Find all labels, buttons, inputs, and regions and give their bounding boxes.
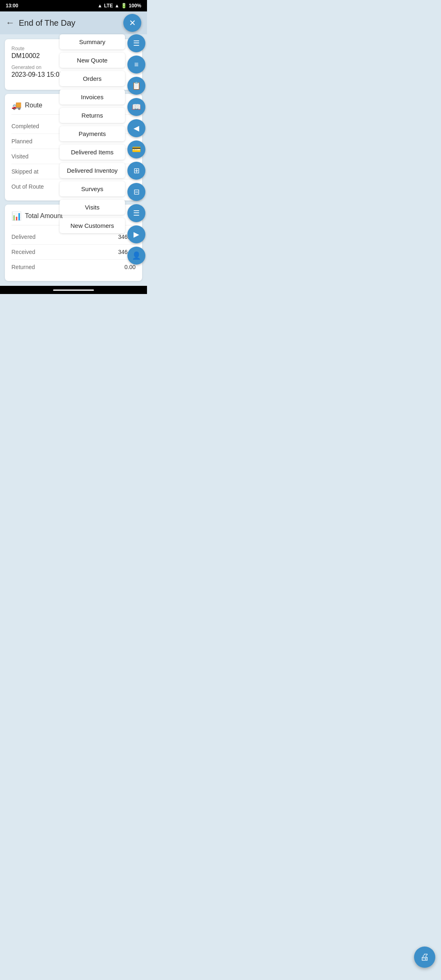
summary-menu-label: Summary (79, 38, 105, 45)
delivered-inventory-fab[interactable]: ⊟ (127, 183, 145, 201)
delivered-items-fab-icon: ⊞ (134, 166, 140, 175)
visits-menu-label: Visits (85, 204, 100, 211)
surveys-fab-icon: ☰ (133, 209, 140, 218)
invoices-menu-label: Invoices (81, 94, 103, 100)
status-icons: ▲ LTE ▲ 🔋 100% (98, 3, 141, 9)
battery-icon: 🔋 (121, 3, 127, 9)
orders-fab-icon: 📋 (132, 81, 141, 90)
orders-fab[interactable]: 📋 (127, 77, 145, 95)
lte-icon: LTE (104, 3, 113, 9)
completed-label: Completed (11, 123, 39, 129)
surveys-menu-label: Surveys (81, 185, 103, 192)
delivered-label: Delivered (11, 234, 36, 240)
header: ← End of The Day ✕ (0, 11, 147, 34)
status-time: 13:00 (6, 3, 18, 9)
new-customers-menu-label: New Customers (71, 222, 114, 229)
received-label: Received (11, 249, 35, 255)
delivered-items-menu-item[interactable]: Delivered Items (60, 145, 125, 160)
new-customers-fab[interactable]: 👤 (127, 247, 145, 265)
visits-fab[interactable]: ▶ (127, 225, 145, 243)
payments-fab[interactable]: 💳 (127, 140, 145, 158)
returns-fab-icon: ◀ (134, 124, 139, 133)
delivered-items-fab[interactable]: ⊞ (127, 162, 145, 180)
new-customers-menu-item[interactable]: New Customers (60, 218, 125, 233)
close-icon: ✕ (129, 18, 136, 28)
invoices-fab[interactable]: 📖 (127, 98, 145, 116)
visits-fab-icon: ▶ (134, 230, 139, 239)
returns-fab[interactable]: ◀ (127, 119, 145, 137)
status-bar: 13:00 ▲ LTE ▲ 🔋 100% (0, 0, 147, 11)
returned-row: Returned 0.00 (11, 260, 136, 274)
planned-label: Planned (11, 138, 32, 145)
summary-fab[interactable]: ☰ (127, 34, 145, 52)
delivered-inventory-menu-item[interactable]: Delivered Inventoy (60, 163, 125, 178)
total-section-icon: 📊 (11, 211, 22, 221)
invoices-menu-item[interactable]: Invoices (60, 89, 125, 105)
total-section-title: Total Amount (25, 212, 63, 220)
payments-menu-label: Payments (79, 130, 106, 137)
delivered-inventory-fab-icon: ⊟ (134, 187, 140, 196)
delivered-items-menu-label: Delivered Items (71, 149, 114, 156)
summary-fab-icon: ☰ (133, 39, 140, 48)
route-section-title: Route (25, 102, 42, 109)
returned-label: Returned (11, 264, 35, 270)
invoices-fab-icon: 📖 (132, 102, 141, 111)
wifi-icon: ▲ (98, 3, 102, 9)
new-quote-fab[interactable]: ≡ (127, 56, 145, 74)
out-of-route-label: Out of Route (11, 183, 44, 190)
fab-column: ☰ ≡ 📋 📖 ◀ 💳 ⊞ ⊟ ☰ ▶ 👤 (127, 34, 145, 265)
visits-menu-item[interactable]: Visits (60, 200, 125, 215)
new-quote-menu-item[interactable]: New Quote (60, 53, 125, 68)
close-button[interactable]: ✕ (123, 14, 141, 32)
returned-value: 0.00 (125, 264, 136, 270)
signal-icon: ▲ (114, 3, 119, 9)
received-row: Received 346.58 (11, 245, 136, 260)
surveys-fab[interactable]: ☰ (127, 204, 145, 222)
orders-menu-item[interactable]: Orders (60, 71, 125, 86)
new-quote-fab-icon: ≡ (134, 60, 139, 69)
returns-menu-item[interactable]: Returns (60, 108, 125, 123)
battery-percent: 100% (129, 3, 141, 9)
page-title: End of The Day (19, 18, 123, 28)
nav-bar (0, 286, 147, 294)
visited-label: Visited (11, 153, 29, 160)
summary-menu-item[interactable]: Summary (60, 34, 125, 49)
skipped-label: Skipped at (11, 168, 38, 175)
surveys-menu-item[interactable]: Surveys (60, 181, 125, 196)
new-quote-menu-label: New Quote (77, 57, 107, 64)
back-button[interactable]: ← (6, 18, 15, 28)
nav-indicator (53, 290, 94, 291)
payments-fab-icon: 💳 (132, 145, 141, 154)
orders-menu-label: Orders (83, 75, 102, 82)
delivered-inventory-menu-label: Delivered Inventoy (67, 167, 118, 174)
payments-menu-item[interactable]: Payments (60, 126, 125, 141)
new-customers-fab-icon: 👤 (132, 251, 141, 260)
route-section-icon: 🚚 (11, 100, 22, 110)
returns-menu-label: Returns (82, 112, 103, 119)
dropdown-menu: Summary New Quote Orders Invoices Return… (60, 34, 125, 233)
